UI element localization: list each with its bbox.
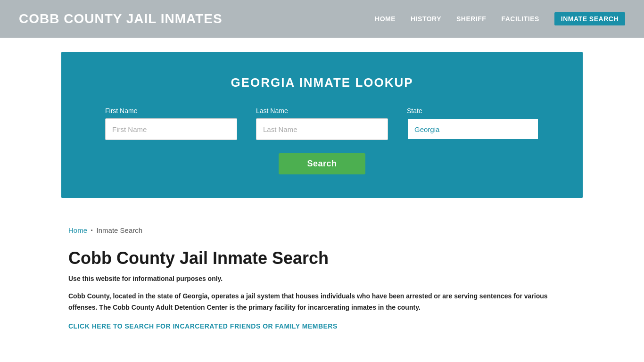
nav-item-facilities[interactable]: FACILITIES: [501, 15, 539, 23]
main-nav: HOME HISTORY SHERIFF FACILITIES INMATE S…: [375, 12, 625, 25]
state-label: State: [407, 107, 539, 115]
breadcrumb-separator: •: [91, 228, 93, 233]
cta-link[interactable]: CLICK HERE to Search for Incarcerated Fr…: [68, 322, 338, 330]
site-title: COBB COUNTY JAIL INMATES: [19, 11, 223, 26]
first-name-group: First Name: [105, 107, 237, 140]
last-name-group: Last Name: [256, 107, 388, 140]
page-title: Cobb County Jail Inmate Search: [68, 248, 576, 268]
last-name-input[interactable]: [256, 118, 388, 140]
last-name-label: Last Name: [256, 107, 388, 115]
first-name-label: First Name: [105, 107, 237, 115]
nav-item-home[interactable]: HOME: [375, 15, 396, 23]
breadcrumb: Home • Inmate Search: [0, 212, 644, 239]
banner-title: GEORGIA INMATE LOOKUP: [80, 75, 564, 90]
search-btn-container: Search: [80, 153, 564, 174]
site-header: COBB COUNTY JAIL INMATES HOME HISTORY SH…: [0, 0, 644, 38]
nav-item-sheriff[interactable]: SHERIFF: [456, 15, 486, 23]
description-text: Cobb County, located in the state of Geo…: [68, 291, 568, 313]
main-content: Cobb County Jail Inmate Search Use this …: [0, 239, 644, 349]
search-button[interactable]: Search: [279, 153, 365, 174]
state-group: State: [407, 107, 539, 140]
state-input[interactable]: [407, 118, 539, 140]
nav-item-inmate-search[interactable]: INMATE SEARCH: [554, 12, 625, 25]
search-banner: GEORGIA INMATE LOOKUP First Name Last Na…: [61, 52, 583, 198]
breadcrumb-current: Inmate Search: [97, 226, 143, 234]
first-name-input[interactable]: [105, 118, 237, 140]
breadcrumb-home-link[interactable]: Home: [68, 226, 87, 234]
nav-item-history[interactable]: HISTORY: [411, 15, 441, 23]
subtitle-text: Use this website for informational purpo…: [68, 275, 576, 282]
search-form-row: First Name Last Name State: [80, 107, 564, 140]
